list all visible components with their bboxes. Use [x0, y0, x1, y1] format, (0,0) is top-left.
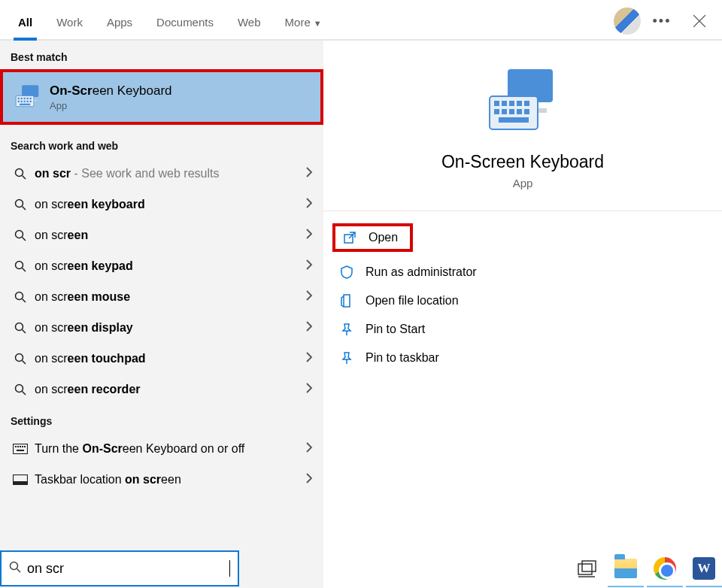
- result-label: on screen mouse: [30, 290, 306, 304]
- web-result[interactable]: on scr - See work and web results: [0, 158, 323, 189]
- svg-rect-7: [21, 98, 23, 99]
- result-label: on screen keyboard: [30, 198, 306, 211]
- svg-rect-6: [18, 98, 20, 99]
- taskbar: W: [563, 550, 722, 588]
- svg-line-28: [23, 329, 26, 333]
- web-result[interactable]: on screen display: [0, 312, 323, 343]
- chevron-right-icon: [306, 165, 313, 181]
- best-match-label: Best match: [0, 41, 323, 69]
- svg-rect-16: [20, 104, 30, 105]
- result-label: on screen touchpad: [30, 352, 306, 365]
- pin-taskbar-action[interactable]: Pin to taskbar: [323, 344, 722, 372]
- best-match-result[interactable]: On-Screen Keyboard App: [0, 69, 323, 125]
- settings-result[interactable]: Turn the On-Screen Keyboard on or off: [0, 433, 323, 464]
- results-panel: Best match On-Screen Keyboard App Search…: [0, 41, 323, 588]
- web-result[interactable]: on screen keyboard: [0, 189, 323, 220]
- user-avatar[interactable]: [614, 8, 641, 35]
- svg-line-18: [23, 175, 26, 179]
- open-action[interactable]: Open: [332, 223, 413, 252]
- svg-line-26: [23, 299, 26, 302]
- svg-rect-11: [18, 101, 20, 102]
- tab-documents[interactable]: Documents: [144, 5, 226, 39]
- svg-rect-51: [494, 109, 499, 114]
- svg-point-23: [16, 261, 23, 268]
- web-result[interactable]: on screen keypad: [0, 250, 323, 281]
- close-button[interactable]: [683, 5, 716, 38]
- svg-rect-53: [509, 109, 514, 114]
- svg-rect-36: [20, 446, 21, 447]
- svg-point-17: [16, 168, 23, 176]
- tab-more[interactable]: More▼: [273, 5, 334, 39]
- word-button[interactable]: W: [686, 551, 722, 587]
- chevron-right-icon: [306, 441, 313, 456]
- svg-line-20: [23, 206, 26, 210]
- on-screen-keyboard-large-icon: [487, 66, 559, 138]
- svg-rect-15: [29, 101, 31, 102]
- svg-rect-49: [517, 101, 522, 106]
- svg-rect-62: [582, 561, 596, 571]
- svg-line-32: [23, 391, 26, 395]
- chevron-right-icon: [306, 227, 313, 243]
- pin-taskbar-label: Pin to taskbar: [366, 351, 439, 365]
- search-input[interactable]: [27, 561, 229, 577]
- svg-rect-58: [344, 295, 350, 307]
- svg-rect-48: [509, 101, 514, 106]
- web-result[interactable]: on screen mouse: [0, 281, 323, 312]
- file-explorer-button[interactable]: [608, 551, 644, 587]
- web-result[interactable]: on screen touchpad: [0, 343, 323, 374]
- svg-rect-14: [26, 101, 28, 102]
- svg-point-59: [11, 562, 18, 570]
- tab-all[interactable]: All: [6, 5, 44, 39]
- result-label: Turn the On-Screen Keyboard on or off: [30, 442, 306, 456]
- svg-line-60: [17, 569, 21, 573]
- pin-start-action[interactable]: Pin to Start: [323, 315, 722, 344]
- result-label: on screen keypad: [30, 259, 306, 273]
- tab-apps[interactable]: Apps: [95, 5, 144, 39]
- svg-rect-10: [29, 98, 31, 99]
- search-box[interactable]: [0, 550, 239, 586]
- chrome-button[interactable]: [647, 551, 683, 587]
- web-result[interactable]: on screen recorder: [0, 374, 323, 405]
- web-result[interactable]: on screen: [0, 220, 323, 250]
- text-cursor: [229, 560, 230, 577]
- svg-rect-56: [499, 117, 529, 123]
- svg-point-25: [16, 292, 23, 299]
- chevron-right-icon: [306, 471, 313, 487]
- taskbar-icon: [11, 474, 30, 485]
- result-label: on screen: [30, 229, 306, 242]
- svg-rect-9: [26, 98, 28, 99]
- tab-work[interactable]: Work: [44, 5, 95, 39]
- result-label: on scr - See work and web results: [30, 167, 306, 180]
- search-icon: [11, 383, 30, 396]
- folder-icon: [338, 294, 355, 308]
- keyboard-icon: [11, 444, 30, 454]
- task-view-button[interactable]: [569, 551, 605, 587]
- open-file-location-action[interactable]: Open file location: [323, 286, 722, 315]
- settings-result[interactable]: Taskbar location on screen: [0, 464, 323, 495]
- pin-icon: [338, 323, 355, 336]
- chrome-icon: [654, 557, 676, 580]
- svg-rect-54: [517, 109, 522, 114]
- search-icon: [11, 229, 30, 241]
- on-screen-keyboard-icon: [14, 83, 42, 111]
- svg-rect-2: [22, 85, 38, 97]
- ellipsis-icon: •••: [653, 14, 672, 29]
- tab-web[interactable]: Web: [226, 5, 273, 39]
- svg-rect-47: [502, 101, 507, 106]
- search-icon: [11, 199, 30, 211]
- chevron-right-icon: [306, 258, 313, 274]
- svg-rect-34: [15, 446, 17, 447]
- run-admin-action[interactable]: Run as administrator: [323, 258, 722, 286]
- detail-title: On-Screen Keyboard: [441, 152, 604, 172]
- svg-rect-13: [23, 101, 25, 102]
- svg-line-30: [23, 360, 26, 364]
- svg-rect-12: [21, 101, 23, 102]
- pin-icon: [338, 351, 355, 365]
- chevron-right-icon: [306, 196, 313, 212]
- svg-rect-39: [17, 450, 24, 451]
- search-icon: [11, 353, 30, 365]
- options-button[interactable]: •••: [645, 5, 678, 38]
- task-view-icon: [577, 559, 596, 579]
- detail-subtitle: App: [513, 177, 533, 189]
- result-label: on screen recorder: [30, 383, 306, 396]
